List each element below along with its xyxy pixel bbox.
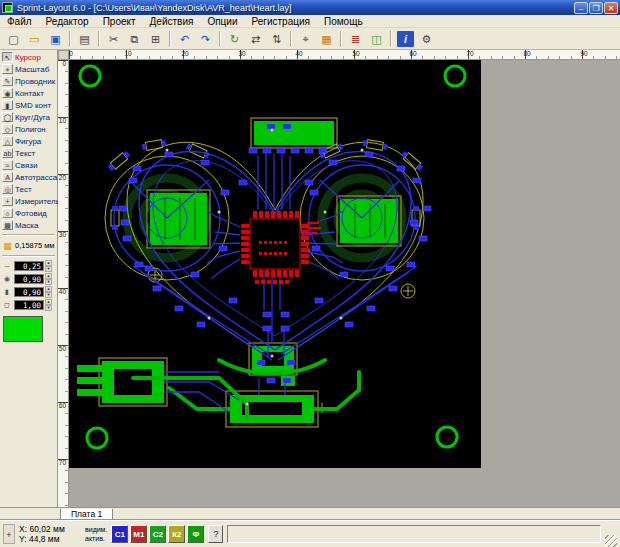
layer-buttons: С1М1С2К2Ф xyxy=(111,525,204,543)
layer-button-М1[interactable]: М1 xyxy=(130,525,147,543)
connections-icon: ≈ xyxy=(2,160,13,170)
title-bar: Sprint-Layout 6.0 - [C:\Users\Иван\Yande… xyxy=(0,0,620,15)
drill-size-value[interactable]: 1,00 xyxy=(14,300,44,310)
tool-photoview[interactable]: ☼ Фотовид xyxy=(0,207,57,219)
pad-size-value[interactable]: 0,90 xyxy=(14,274,44,284)
layers-button[interactable]: ≣ xyxy=(346,30,365,48)
layer-color-swatch[interactable] xyxy=(3,316,43,342)
autoroute-icon: A xyxy=(2,172,13,182)
menu-bar: Файл Редактор Проект Действия Опции Реги… xyxy=(0,15,620,28)
new-document-button[interactable]: ▢ xyxy=(4,30,23,48)
main-toolbar: ▢ ▭ ▣ ▤ ✂ ⧉ ⊞ ↶ ↷ ↻ ⇄ ⇅ ⌖ ▦ ≣ ◫ i ⚙ xyxy=(0,28,620,50)
save-file-button[interactable]: ▣ xyxy=(46,30,65,48)
layer-button-С2[interactable]: С2 xyxy=(149,525,166,543)
rotate-button[interactable]: ↻ xyxy=(225,30,244,48)
tool-connections[interactable]: ≈ Связи xyxy=(0,159,57,171)
macro-library-button[interactable]: ◫ xyxy=(367,30,386,48)
ruler-top: 0102030405060708090 xyxy=(69,50,620,60)
param-drill-size[interactable]: ◻ 1,00 ▲▼ xyxy=(0,299,57,311)
y-coordinate: 44,8 мм xyxy=(29,534,60,544)
info-button[interactable]: i xyxy=(396,30,415,48)
toolbar-separator xyxy=(219,31,221,47)
layer-visibility-labels: видим. актив. xyxy=(85,525,107,543)
tool-panel: ↖ Курсор ⌖ Масштаб ✎ Проводник ◉ Контакт… xyxy=(0,50,58,507)
circle-arc-icon: ◯ xyxy=(2,112,13,122)
pcb-canvas[interactable] xyxy=(69,60,620,507)
layer-button-С1[interactable]: С1 xyxy=(111,525,128,543)
ruler-left: 010203040506070 xyxy=(58,60,69,507)
shape-icon: △ xyxy=(2,136,13,146)
tool-shape[interactable]: △ Фигура xyxy=(0,135,57,147)
smd-pad-icon: ▮ xyxy=(2,100,13,110)
menu-registration[interactable]: Регистрация xyxy=(245,15,317,28)
tool-autoroute[interactable]: A Автотрасса xyxy=(0,171,57,183)
redo-button[interactable]: ↷ xyxy=(196,30,215,48)
tool-pad[interactable]: ◉ Контакт xyxy=(0,87,57,99)
maximize-button[interactable]: ❐ xyxy=(589,2,603,14)
track-width-value[interactable]: 0,25 xyxy=(14,261,44,271)
menu-edit[interactable]: Редактор xyxy=(39,15,96,28)
grid-icon: ▦ xyxy=(2,241,13,251)
pad-size-icon: ◉ xyxy=(2,275,12,283)
sheet-tab-bar: Плата 1 xyxy=(0,507,620,520)
paste-button[interactable]: ⊞ xyxy=(146,30,165,48)
tool-mask[interactable]: ▩ Маска xyxy=(0,219,57,231)
settings-button[interactable]: ⚙ xyxy=(417,30,436,48)
tool-track[interactable]: ✎ Проводник xyxy=(0,75,57,87)
cursor-coordinates: X: 60,02 мм Y: 44,8 мм xyxy=(19,524,81,544)
pcb-artwork xyxy=(69,60,481,468)
param-track-width[interactable]: ─ 0,25 ▲▼ xyxy=(0,260,57,272)
tool-polygon[interactable]: ◇ Полигон xyxy=(0,123,57,135)
undo-button[interactable]: ↶ xyxy=(175,30,194,48)
panel-divider xyxy=(2,255,55,257)
help-button[interactable]: ? xyxy=(208,525,223,543)
print-button[interactable]: ▤ xyxy=(75,30,94,48)
param-smd-size[interactable]: ▮ 0,90 ▲▼ xyxy=(0,286,57,298)
menu-file[interactable]: Файл xyxy=(0,15,39,28)
mirror-horizontal-button[interactable]: ⇄ xyxy=(246,30,265,48)
measure-icon: + xyxy=(2,196,13,206)
menu-project[interactable]: Проект xyxy=(96,15,143,28)
minimize-button[interactable]: ‒ xyxy=(574,2,588,14)
tool-circle-arc[interactable]: ◯ Круг/Дуга xyxy=(0,111,57,123)
smd-size-value[interactable]: 0,90 xyxy=(14,287,44,297)
tool-cursor[interactable]: ↖ Курсор xyxy=(0,51,57,63)
toolbar-separator xyxy=(69,31,71,47)
zoom-button[interactable]: ⌖ xyxy=(296,30,315,48)
pcb-board[interactable] xyxy=(69,60,481,468)
layer-button-К2[interactable]: К2 xyxy=(168,525,185,543)
window-title: Sprint-Layout 6.0 - [C:\Users\Иван\Yande… xyxy=(17,3,574,13)
layer-button-Ф[interactable]: Ф xyxy=(187,525,204,543)
cut-button[interactable]: ✂ xyxy=(104,30,123,48)
toolbar-separator xyxy=(98,31,100,47)
track-width-stepper[interactable]: ▲▼ xyxy=(45,260,52,272)
tool-smd-pad[interactable]: ▮ SMD конт xyxy=(0,99,57,111)
menu-actions[interactable]: Действия xyxy=(143,15,201,28)
toolbar-separator xyxy=(390,31,392,47)
track-width-icon: ─ xyxy=(2,263,12,270)
resize-grip[interactable] xyxy=(605,535,617,547)
x-coordinate: 60,02 мм xyxy=(29,524,64,534)
smd-size-stepper[interactable]: ▲▼ xyxy=(45,286,52,298)
panel-divider xyxy=(2,234,55,236)
drill-size-stepper[interactable]: ▲▼ xyxy=(45,299,52,311)
copy-button[interactable]: ⧉ xyxy=(125,30,144,48)
app-icon xyxy=(2,2,13,13)
cursor-position-icon: + xyxy=(3,524,15,544)
pad-size-stepper[interactable]: ▲▼ xyxy=(45,273,52,285)
grid-setting[interactable]: ▦ 0,15875 мм xyxy=(0,239,57,252)
grid-button[interactable]: ▦ xyxy=(317,30,336,48)
menu-options[interactable]: Опции xyxy=(200,15,244,28)
zoom-icon: ⌖ xyxy=(2,64,13,74)
pad-icon: ◉ xyxy=(2,88,13,98)
tool-test[interactable]: ◎ Тест xyxy=(0,183,57,195)
status-message-area xyxy=(227,525,601,543)
open-file-button[interactable]: ▭ xyxy=(25,30,44,48)
param-pad-size[interactable]: ◉ 0,90 ▲▼ xyxy=(0,273,57,285)
close-button[interactable]: ✕ xyxy=(604,2,618,14)
tool-measure[interactable]: + Измеритель xyxy=(0,195,57,207)
tool-text[interactable]: ab Текст xyxy=(0,147,57,159)
tool-zoom[interactable]: ⌖ Масштаб xyxy=(0,63,57,75)
menu-help[interactable]: Помощь xyxy=(317,15,370,28)
mirror-vertical-button[interactable]: ⇅ xyxy=(267,30,286,48)
